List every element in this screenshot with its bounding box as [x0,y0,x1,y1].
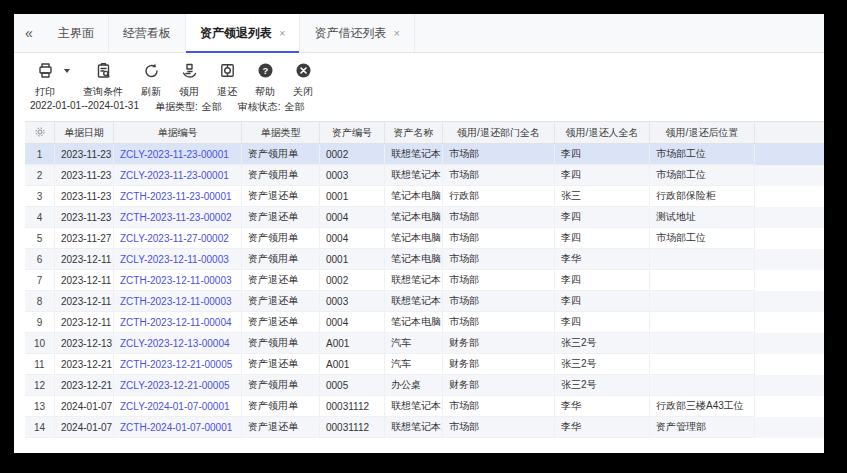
close-button[interactable]: 关闭 [284,62,322,99]
cell-dept: 行政部 [443,186,555,207]
tab-label: 资产借还列表 [314,25,386,42]
doc-type-filter[interactable]: 单据类型: 全部 [155,100,222,113]
col-header-asset-no[interactable]: 资产编号 [320,122,385,143]
cell-date: 2023-12-11 [55,312,114,333]
cell-dept: 市场部 [443,165,555,186]
cell-index: 8 [25,291,55,312]
cell-person: 李四 [555,207,650,228]
table-row[interactable]: 132024-01-07ZCLY-2024-01-07-00001资产领用单00… [25,396,824,417]
cell-doc-type: 资产领用单 [242,165,320,186]
cell-doc-no[interactable]: ZCLY-2023-12-11-00003 [114,249,242,270]
query-conditions-button[interactable]: 查询条件 [74,62,132,99]
close-tab-icon[interactable]: × [393,27,399,39]
print-dropdown-icon[interactable] [64,69,70,73]
refresh-button[interactable]: 刷新 [132,62,170,99]
cell-date: 2023-12-11 [55,270,114,291]
table-row[interactable]: 62023-12-11ZCLY-2023-12-11-00003资产领用单000… [25,249,824,270]
cell-doc-type: 资产领用单 [242,333,320,354]
table-header: 单据日期 单据编号 单据类型 资产编号 资产名称 领用/退还部门全名 领用/退还… [25,121,824,144]
cell-doc-no[interactable]: ZCLY-2023-11-23-00001 [114,144,242,165]
tab-asset-borrow-return-list[interactable]: 资产借还列表 × [300,14,414,52]
toolbar-label: 领用 [179,85,199,99]
audit-status-filter[interactable]: 审核状态: 全部 [238,100,305,113]
close-tab-icon[interactable]: × [279,27,285,39]
col-header-location[interactable]: 领用/退还后位置 [650,122,755,143]
table-row[interactable]: 22023-11-23ZCLY-2023-11-23-00001资产领用单000… [25,165,824,186]
table-row[interactable]: 142024-01-07ZCTH-2024-01-07-00001资产退还单00… [25,417,824,438]
cell-asset-no: 0003 [320,291,385,312]
table-row[interactable]: 102023-12-13ZCLY-2023-12-13-00004资产领用单A0… [25,333,824,354]
tab-label: 经营看板 [123,25,171,42]
tab-asset-receive-return-list[interactable]: 资产领退列表 × [186,14,300,52]
receive-button[interactable]: 领用 [170,62,208,99]
cell-doc-type: 资产领用单 [242,396,320,417]
cell-index: 2 [25,165,55,186]
collapse-tabs-icon[interactable]: « [14,14,44,52]
cell-doc-no[interactable]: ZCLY-2024-01-07-00001 [114,396,242,417]
cell-asset-name: 办公桌 [385,375,443,396]
table-row[interactable]: 72023-12-11ZCTH-2023-12-11-00003资产退还单000… [25,270,824,291]
cell-doc-no[interactable]: ZCLY-2023-12-13-00004 [114,333,242,354]
cell-asset-name: 笔记本电脑 [385,186,443,207]
toolbar-label: 刷新 [141,85,161,99]
cell-location: 行政部三楼A43工位 [650,396,755,417]
row-filler [755,165,824,186]
filter-bar: 2022-01-01--2024-01-31 单据类型: 全部 审核状态: 全部 [14,96,824,121]
cell-person: 李四 [555,144,650,165]
column-settings-button[interactable] [25,122,55,143]
return-icon [219,62,236,83]
cell-doc-no[interactable]: ZCTH-2023-11-23-00002 [114,207,242,228]
cell-doc-no[interactable]: ZCTH-2024-01-07-00001 [114,417,242,438]
cell-date: 2023-11-23 [55,144,114,165]
doc-type-value: 全部 [202,100,222,113]
date-range-filter[interactable]: 2022-01-01--2024-01-31 [30,100,139,113]
cell-location [650,333,755,354]
row-filler [755,417,824,438]
table-row[interactable]: 82023-12-11ZCTH-2023-12-11-00003资产退还单000… [25,291,824,312]
cell-asset-name: 汽车 [385,354,443,375]
table-row[interactable]: 112023-12-21ZCTH-2023-12-21-00005资产退还单A0… [25,354,824,375]
table-row[interactable]: 32023-11-23ZCTH-2023-11-23-00001资产退还单000… [25,186,824,207]
print-button[interactable]: 打印 [26,62,64,99]
table-row[interactable]: 122023-12-21ZCLY-2023-12-21-00005资产领用单00… [25,375,824,396]
cell-doc-no[interactable]: ZCTH-2023-12-11-00003 [114,270,242,291]
cell-doc-no[interactable]: ZCTH-2023-12-21-00005 [114,354,242,375]
header-filler [755,122,824,143]
cell-dept: 财务部 [443,333,555,354]
cell-asset-name: 笔记本电脑 [385,312,443,333]
cell-date: 2023-12-21 [55,375,114,396]
cell-date: 2023-11-27 [55,228,114,249]
cell-location: 行政部保险柜 [650,186,755,207]
col-header-date[interactable]: 单据日期 [55,122,114,143]
cell-asset-name: 笔记本电脑 [385,249,443,270]
col-header-asset-name[interactable]: 资产名称 [385,122,443,143]
col-header-doc-type[interactable]: 单据类型 [242,122,320,143]
tab-dashboard[interactable]: 经营看板 [109,14,186,52]
col-header-dept[interactable]: 领用/退还部门全名 [443,122,555,143]
cell-doc-no[interactable]: ZCLY-2023-12-21-00005 [114,375,242,396]
cell-doc-no[interactable]: ZCLY-2023-11-23-00001 [114,165,242,186]
cell-doc-no[interactable]: ZCTH-2023-11-23-00001 [114,186,242,207]
table-row[interactable]: 12023-11-23ZCLY-2023-11-23-00001资产领用单000… [25,144,824,165]
cell-location [650,312,755,333]
cell-asset-name: 联想笔记本 [385,270,443,291]
col-header-doc-no[interactable]: 单据编号 [114,122,242,143]
table-row[interactable]: 92023-12-11ZCTH-2023-12-11-00004资产退还单000… [25,312,824,333]
col-header-person[interactable]: 领用/退还人全名 [555,122,650,143]
return-button[interactable]: 退还 [208,62,246,99]
audit-status-value: 全部 [285,100,305,113]
cell-location: 市场部工位 [650,165,755,186]
tab-bar: « 主界面 经营看板 资产领退列表 × 资产借还列表 × [14,14,824,53]
tab-main[interactable]: 主界面 [44,14,109,52]
cell-index: 9 [25,312,55,333]
row-filler [755,228,824,249]
table-row[interactable]: 42023-11-23ZCTH-2023-11-23-00002资产退还单000… [25,207,824,228]
cell-date: 2024-01-07 [55,417,114,438]
help-button[interactable]: ? 帮助 [246,62,284,99]
cell-doc-no[interactable]: ZCTH-2023-12-11-00004 [114,312,242,333]
cell-doc-no[interactable]: ZCLY-2023-11-27-00002 [114,228,242,249]
cell-dept: 市场部 [443,144,555,165]
cell-location [650,375,755,396]
cell-doc-no[interactable]: ZCTH-2023-12-11-00003 [114,291,242,312]
table-row[interactable]: 52023-11-27ZCLY-2023-11-27-00002资产领用单000… [25,228,824,249]
